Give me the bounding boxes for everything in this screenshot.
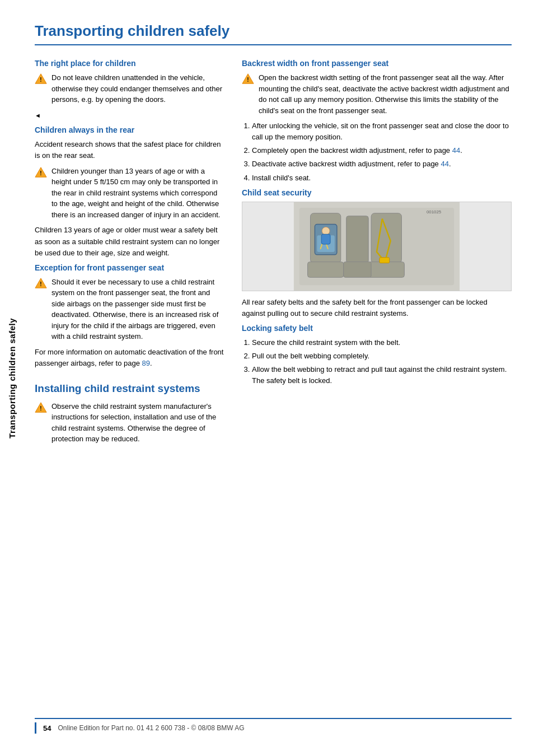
warning-block-4: ! Observe the child restraint system man… bbox=[35, 401, 225, 445]
warning-block-3: ! Should it ever be necessary to use a c… bbox=[35, 277, 225, 342]
warning-icon-2: ! bbox=[35, 166, 47, 179]
svg-text:!: ! bbox=[40, 170, 41, 176]
car-seat-svg: 001025 bbox=[242, 202, 511, 291]
page-wrapper: Transporting children safely Transportin… bbox=[0, 0, 534, 756]
footer-border bbox=[35, 722, 36, 734]
page-number: 54 bbox=[43, 724, 51, 732]
locking-step-2: Pull out the belt webbing completely. bbox=[252, 351, 512, 362]
section-child-seat-security: Child seat security bbox=[242, 188, 512, 387]
ref-89[interactable]: 89 bbox=[142, 359, 150, 367]
subsection-exception: Exception for front passenger seat ! Sho… bbox=[35, 263, 225, 369]
ref-44b[interactable]: 44 bbox=[441, 160, 448, 168]
right-column: Backrest width on front passenger seat !… bbox=[242, 59, 512, 701]
left-column: The right place for children ! Do not le… bbox=[35, 59, 225, 701]
ref-44a[interactable]: 44 bbox=[452, 146, 460, 155]
backrest-step-3: Deactivate active backrest width adjustm… bbox=[252, 158, 512, 170]
svg-rect-15 bbox=[346, 216, 369, 263]
heading-child-seat-security: Child seat security bbox=[242, 188, 512, 197]
backrest-steps-list: After unlocking the vehicle, sit on the … bbox=[252, 120, 512, 184]
warning-icon-5: ! bbox=[242, 73, 254, 85]
section-backrest: Backrest width on front passenger seat !… bbox=[242, 59, 512, 184]
backrest-step-4: Install child's seat. bbox=[252, 172, 512, 184]
subsection-children-rear: Children always in the rear Accident res… bbox=[35, 125, 225, 259]
warning-text-4: Observe the child restraint system manuf… bbox=[51, 401, 225, 445]
sidebar-label: Transporting children safely bbox=[7, 318, 17, 438]
warning-icon-4: ! bbox=[35, 402, 47, 414]
warning-icon-3: ! bbox=[35, 277, 47, 290]
heading-children-rear: Children always in the rear bbox=[35, 125, 225, 134]
svg-text:!: ! bbox=[40, 281, 41, 287]
svg-text:!: ! bbox=[40, 77, 41, 83]
para-accident-research: Accident research shows that the safest … bbox=[35, 139, 225, 161]
two-column-layout: The right place for children ! Do not le… bbox=[35, 59, 512, 701]
locking-step-1: Secure the child restraint system with t… bbox=[252, 337, 512, 348]
subsection-locking: Locking safety belt Secure the child res… bbox=[242, 324, 512, 387]
warning-block-5: ! Open the backrest width setting of the… bbox=[242, 72, 512, 116]
heading-locking: Locking safety belt bbox=[242, 324, 512, 333]
svg-rect-16 bbox=[344, 262, 371, 277]
svg-text:!: ! bbox=[40, 405, 41, 412]
main-content: Transporting children safely The right p… bbox=[24, 0, 534, 756]
page-footer: 54 Online Edition for Part no. 01 41 2 6… bbox=[35, 718, 512, 734]
warning-icon-1: ! bbox=[35, 73, 47, 85]
locking-step-3: Allow the belt webbing to retract and pu… bbox=[252, 364, 512, 386]
svg-point-18 bbox=[322, 227, 330, 235]
backrest-step-1: After unlocking the vehicle, sit on the … bbox=[252, 120, 512, 143]
warning-text-3: Should it ever be necessary to use a chi… bbox=[51, 277, 225, 342]
warning-block-1: ! Do not leave children unattended in th… bbox=[35, 72, 225, 105]
sidebar: Transporting children safely bbox=[0, 0, 24, 756]
heading-exception: Exception for front passenger seat bbox=[35, 263, 225, 272]
page-title: Transporting children safely bbox=[35, 22, 512, 45]
section-heading-right-place: The right place for children bbox=[35, 59, 225, 68]
warning-text-2: Children younger than 13 years of age or… bbox=[51, 166, 225, 221]
backrest-step-2: Completely open the backrest width adjus… bbox=[252, 145, 512, 156]
svg-text:!: ! bbox=[247, 77, 249, 83]
locking-steps-list: Secure the child restraint system with t… bbox=[252, 337, 512, 387]
svg-rect-17 bbox=[380, 257, 390, 263]
section-right-place: The right place for children ! Do not le… bbox=[35, 59, 225, 369]
child-seat-image: 001025 bbox=[242, 202, 512, 291]
svg-rect-8 bbox=[308, 262, 344, 277]
para-safety-belts: All rear safety belts and the safety bel… bbox=[242, 297, 512, 319]
svg-rect-19 bbox=[321, 234, 330, 244]
para-more-info: For more information on automatic deacti… bbox=[35, 347, 225, 369]
svg-rect-14 bbox=[368, 262, 404, 277]
heading-backrest: Backrest width on front passenger seat bbox=[242, 59, 512, 68]
warning-text-5: Open the backrest width setting of the f… bbox=[259, 72, 512, 116]
warning-block-2: ! Children younger than 13 years of age … bbox=[35, 166, 225, 221]
section-installing: Installing child restraint systems ! Obs… bbox=[35, 382, 225, 445]
footer-text: Online Edition for Part no. 01 41 2 600 … bbox=[58, 724, 244, 732]
heading-installing: Installing child restraint systems bbox=[35, 382, 225, 395]
para-children-13: Children 13 years of age or older must w… bbox=[35, 225, 225, 258]
warning-text-1: Do not leave children unattended in the … bbox=[51, 72, 225, 105]
svg-text:001025: 001025 bbox=[427, 209, 442, 214]
return-symbol-1 bbox=[35, 110, 225, 121]
